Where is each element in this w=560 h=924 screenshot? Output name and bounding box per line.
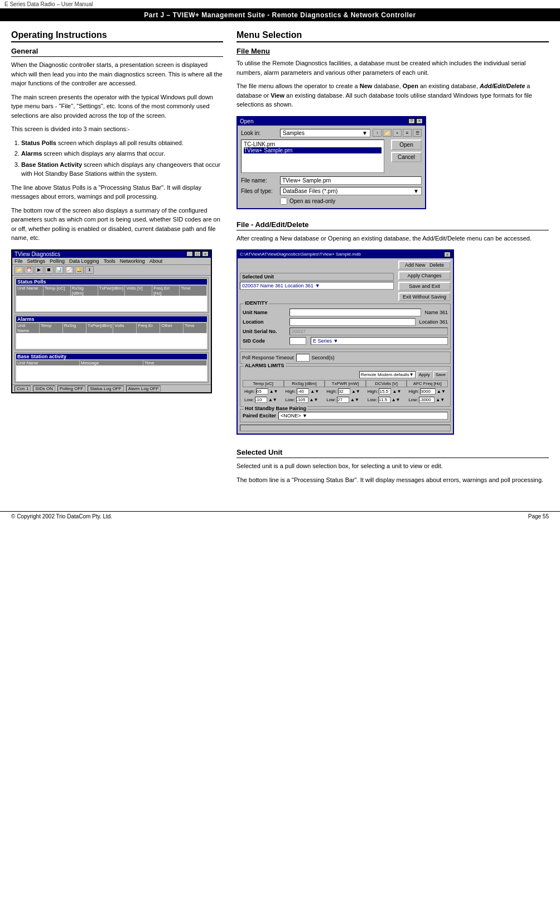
edit-action-buttons: Add New Delete Apply Changes Save and Ex… bbox=[398, 261, 451, 301]
minimize-btn[interactable]: _ bbox=[186, 251, 193, 257]
alarm-col-1: Unit Name bbox=[16, 323, 40, 333]
menu-datalogging[interactable]: Data Logging bbox=[69, 258, 99, 264]
nav-new-icon[interactable]: + bbox=[393, 129, 402, 137]
para-1: When the Diagnostic controller starts, a… bbox=[11, 60, 223, 88]
filetype-dropdown-icon: ▼ bbox=[413, 188, 419, 194]
dialog-action-buttons: Open Cancel bbox=[391, 139, 422, 176]
open-dialog-title: Open bbox=[240, 118, 253, 124]
toolbar-icon-7[interactable]: 🔔 bbox=[75, 266, 84, 274]
toolbar-icon-3[interactable]: ▶ bbox=[35, 266, 44, 274]
sid-code-input[interactable] bbox=[289, 337, 306, 345]
look-in-combo[interactable]: Samples ▼ bbox=[280, 129, 370, 137]
close-btn[interactable]: × bbox=[202, 251, 209, 257]
file-item-2-selected[interactable]: TView+ Sample.prn bbox=[244, 147, 382, 153]
location-input[interactable] bbox=[289, 318, 416, 326]
menu-settings[interactable]: Settings bbox=[27, 258, 46, 264]
selected-unit-para-2: The bottom line is a "Processing Status … bbox=[236, 475, 549, 485]
add-edit-para: After creating a New database or Opening… bbox=[236, 234, 549, 243]
afc-high-input[interactable] bbox=[420, 388, 436, 394]
alarms-header: Unit Name Temp RxSig TxPwr[dBm] Volts Fr… bbox=[16, 323, 207, 333]
poll-response-input[interactable] bbox=[296, 354, 310, 362]
delete-label[interactable]: Delete bbox=[429, 262, 444, 268]
txpwr-high-cell: High: ▲▼ bbox=[325, 387, 366, 396]
dialog-minimize[interactable]: ? bbox=[408, 118, 415, 124]
e-series-combo[interactable]: E Series ▼ bbox=[311, 337, 448, 345]
exit-without-saving-button[interactable]: Exit Without Saving bbox=[398, 292, 451, 301]
base-station-label: Base Station activity bbox=[16, 354, 207, 359]
col-freqerr: Freq Err [Hz] bbox=[152, 286, 180, 296]
remote-modem-combo[interactable]: Remote Modem defaults▼ bbox=[359, 371, 416, 378]
toolbar-icon-4[interactable]: ⏹ bbox=[45, 266, 54, 274]
afc-low-input[interactable] bbox=[419, 397, 435, 403]
col-volts: Volts [V] bbox=[125, 286, 152, 296]
filetype-combo[interactable]: DataBase Files (*.prn) ▼ bbox=[280, 187, 422, 195]
txpwr-high-input[interactable] bbox=[338, 388, 350, 394]
toolbar-icon-5[interactable]: 📊 bbox=[55, 266, 64, 274]
menu-networking[interactable]: Networking bbox=[120, 258, 145, 264]
nav-list-icon[interactable]: ≡ bbox=[403, 129, 412, 137]
temp-low-input[interactable] bbox=[255, 397, 267, 403]
afc-high-cell: High: ▲▼ bbox=[407, 387, 448, 396]
add-new-button[interactable]: Add New Delete bbox=[398, 261, 451, 270]
toolbar-icon-6[interactable]: 📈 bbox=[65, 266, 74, 274]
menu-file[interactable]: File bbox=[15, 258, 23, 264]
edit-main-area: IDENTITY Unit Name Name 361 Location Loc… bbox=[240, 304, 451, 431]
menu-about[interactable]: About bbox=[149, 258, 163, 264]
temp-high-input[interactable] bbox=[256, 388, 268, 394]
selected-unit-para-1: Selected unit is a pull down selection b… bbox=[236, 461, 549, 471]
maximize-btn[interactable]: □ bbox=[194, 251, 201, 257]
readonly-checkbox[interactable] bbox=[280, 198, 287, 205]
toolbar-icon-2[interactable]: ⏰ bbox=[25, 266, 33, 274]
page-number: Page 55 bbox=[528, 513, 549, 519]
rxsig-high-input[interactable] bbox=[297, 388, 309, 394]
tview-title: TView Diagnostics bbox=[15, 251, 60, 257]
add-edit-subtitle: File - Add/Edit/Delete bbox=[236, 220, 549, 230]
alarm-col-h3: TxPWR [mW] bbox=[325, 380, 366, 387]
alarm-save-btn[interactable]: Save bbox=[433, 371, 448, 378]
processing-status-bar bbox=[240, 425, 451, 431]
status-alarm: Alarm Log OFF bbox=[126, 386, 161, 392]
para-3: This screen is divided into 3 main secti… bbox=[11, 124, 223, 134]
base-col-1: Unit Name bbox=[16, 360, 80, 365]
cancel-button[interactable]: Cancel bbox=[391, 152, 422, 162]
filename-input[interactable]: TView+ Sample.prn bbox=[280, 176, 422, 185]
unit-name-field: Unit Name Name 361 bbox=[243, 309, 448, 316]
status-polls-section: Status Polls Unit Name Temp [oC] RxSig [… bbox=[15, 277, 209, 313]
menu-polling[interactable]: Polling bbox=[50, 258, 65, 264]
col-time: Time bbox=[180, 286, 207, 296]
dialog-close[interactable]: × bbox=[416, 118, 423, 124]
file-menu-para-2: The file menu allows the operator to cre… bbox=[236, 81, 549, 109]
nav-up-icon[interactable]: ↑ bbox=[373, 129, 382, 137]
unit-name-label: Unit Name bbox=[243, 310, 287, 315]
nav-detail-icon[interactable]: ☰ bbox=[413, 129, 422, 137]
part-title: Part J – TVIEW+ Management Suite - Remot… bbox=[144, 11, 416, 19]
toolbar-icon-8[interactable]: ℹ bbox=[85, 266, 94, 274]
alarm-apply-btn[interactable]: Apply bbox=[417, 371, 432, 378]
toolbar-icon-1[interactable]: 📁 bbox=[15, 266, 23, 274]
nav-folder-icon[interactable]: 📁 bbox=[383, 129, 392, 137]
alarm-grid: Temp [oC] RxSig [dBm] TxPWR [mW] DCVolts… bbox=[243, 380, 448, 404]
serial-no-input: 20037 bbox=[289, 328, 448, 335]
menu-tools[interactable]: Tools bbox=[104, 258, 115, 264]
rxsig-low-input[interactable] bbox=[296, 397, 308, 403]
dcvolts-low-input[interactable] bbox=[378, 397, 390, 403]
txpwr-low-input[interactable] bbox=[337, 397, 349, 403]
paired-exciter-combo[interactable]: <NONE> ▼ bbox=[278, 412, 448, 420]
selected-unit-dropdown[interactable]: 020037 Name 361 Location 361 ▼ bbox=[240, 282, 394, 290]
unit-name-input[interactable] bbox=[289, 309, 421, 316]
status-polls-header: Unit Name Temp [oC] RxSig [dBm] TxPwr[dB… bbox=[16, 286, 207, 296]
identity-group-title: IDENTITY bbox=[244, 300, 269, 306]
open-button[interactable]: Open bbox=[391, 139, 422, 150]
edit-title: C:\ATView\ATViewDiagnostics\Samples\TVie… bbox=[240, 252, 361, 257]
filetype-row: Files of type: DataBase Files (*.prn) ▼ bbox=[241, 187, 422, 195]
rxsig-high-cell: High: ▲▼ bbox=[284, 387, 325, 396]
edit-dialog: C:\ATView\ATViewDiagnostics\Samples\TVie… bbox=[236, 249, 454, 435]
dcvolts-high-input[interactable] bbox=[379, 388, 391, 394]
file-item-1[interactable]: TC-LINK.prn bbox=[244, 141, 382, 147]
save-and-exit-button[interactable]: Save and Exit bbox=[398, 282, 451, 291]
apply-changes-button[interactable]: Apply Changes bbox=[398, 271, 451, 280]
edit-close-btn[interactable]: × bbox=[444, 252, 451, 257]
file-list[interactable]: TC-LINK.prn TView+ Sample.prn bbox=[241, 139, 384, 173]
alarm-col-h1: Temp [oC] bbox=[243, 380, 284, 387]
status-polling: Polling OFF bbox=[57, 386, 85, 392]
